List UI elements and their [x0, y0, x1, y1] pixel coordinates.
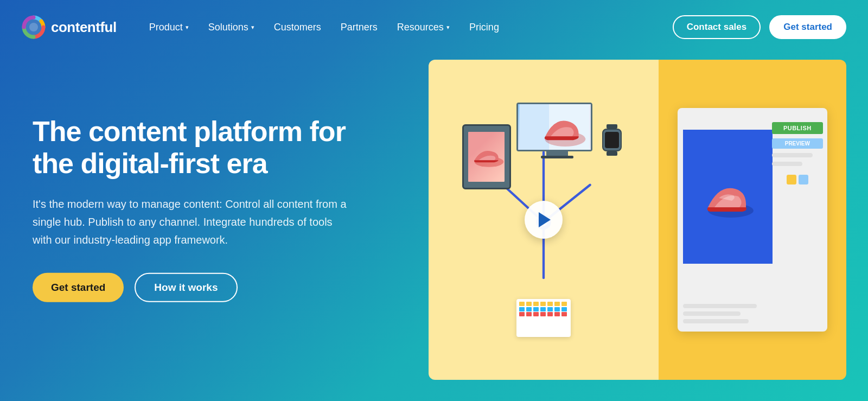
cal-cell — [526, 302, 532, 306]
logo-text: contentful — [51, 19, 117, 36]
smartwatch-device — [599, 124, 625, 157]
tablet-shoe-display — [468, 132, 505, 181]
svg-rect-10 — [520, 104, 549, 150]
cms-sidebar: PUBLISH PREVIEW — [772, 113, 823, 304]
watch-screen — [605, 132, 619, 148]
tablet-device — [462, 124, 511, 189]
hero-cta: Get started How it works — [33, 273, 391, 302]
cms-small-icon-1 — [787, 175, 796, 184]
shoe-svg-tablet — [468, 132, 505, 181]
monitor-screen — [516, 103, 592, 151]
tablet-screen — [468, 132, 505, 181]
nav-item-solutions[interactable]: Solutions ▾ — [208, 22, 254, 33]
watch-body — [602, 129, 622, 151]
nav-item-resources[interactable]: Resources ▾ — [397, 22, 450, 33]
hero-illustration: PUBLISH PREVIEW — [429, 60, 846, 380]
cal-cell — [547, 307, 553, 311]
shoe-svg-cms — [698, 174, 758, 220]
hero-left-content: The content platform for the digital-fir… — [33, 99, 391, 302]
cms-publish-button[interactable]: PUBLISH — [772, 122, 823, 134]
watch-band-bottom — [607, 151, 617, 156]
cal-cell — [533, 302, 539, 306]
cms-bar-2 — [772, 162, 802, 166]
contentful-logo-icon — [22, 15, 46, 39]
cms-mockup: PUBLISH PREVIEW — [678, 108, 827, 332]
monitor-stand — [546, 151, 568, 156]
hero-title: The content platform for the digital-fir… — [33, 115, 391, 180]
shoe-svg-monitor — [518, 104, 591, 150]
cal-cell — [526, 307, 532, 311]
cms-field-bars — [683, 304, 765, 323]
cal-cell — [554, 302, 560, 306]
illustration-left-panel — [429, 60, 659, 380]
nav-buttons: Contact sales Get started — [673, 15, 846, 39]
nav-item-pricing[interactable]: Pricing — [469, 22, 499, 33]
monitor-base — [541, 156, 573, 158]
cal-cell — [561, 302, 567, 306]
cms-field-bar — [683, 311, 741, 316]
monitor-device — [516, 103, 598, 162]
chevron-down-icon: ▾ — [446, 24, 450, 31]
calendar-device — [516, 299, 571, 337]
svg-point-1 — [29, 23, 38, 31]
main-nav: Product ▾ Solutions ▾ Customers Partners… — [149, 22, 673, 33]
nav-item-product[interactable]: Product ▾ — [149, 22, 189, 33]
cal-cell — [540, 307, 546, 311]
get-started-button[interactable]: Get started — [33, 273, 124, 302]
cal-cell — [519, 312, 525, 316]
cal-cell — [554, 307, 560, 311]
chevron-down-icon: ▾ — [186, 24, 189, 31]
hero-section: contentful Product ▾ Solutions ▾ Custome… — [0, 0, 868, 401]
watch-band-top — [607, 124, 617, 129]
cal-cell — [540, 302, 546, 306]
nav-item-partners[interactable]: Partners — [341, 22, 378, 33]
cal-cell — [526, 312, 532, 316]
cal-cell — [533, 307, 539, 311]
illustration-container: PUBLISH PREVIEW — [429, 60, 846, 380]
chevron-down-icon: ▾ — [251, 24, 254, 31]
cal-cell — [533, 312, 539, 316]
cms-small-icon-2 — [799, 175, 808, 184]
cal-cell — [561, 312, 567, 316]
contact-sales-button[interactable]: Contact sales — [673, 15, 761, 39]
play-icon — [539, 212, 551, 227]
cms-bar-1 — [772, 153, 813, 157]
cms-product-image — [683, 130, 773, 264]
logo[interactable]: contentful — [22, 15, 117, 39]
cal-cell — [519, 302, 525, 306]
illustration-right-panel: PUBLISH PREVIEW — [659, 60, 847, 380]
monitor-screen-content — [518, 104, 591, 150]
cms-field-bar — [683, 304, 757, 308]
how-it-works-button[interactable]: How it works — [135, 273, 237, 302]
cal-cell — [547, 302, 553, 306]
cal-cell — [561, 307, 567, 311]
cms-icon-row — [772, 175, 823, 184]
devices-container — [446, 92, 641, 348]
cms-preview-button[interactable]: PREVIEW — [772, 138, 823, 149]
cal-cell — [540, 312, 546, 316]
cms-field-bar — [683, 319, 749, 323]
nav-item-customers[interactable]: Customers — [274, 22, 321, 33]
hero-subtitle: It's the modern way to manage content: C… — [33, 195, 347, 249]
play-button[interactable] — [525, 201, 563, 239]
calendar-grid — [519, 302, 568, 316]
cal-cell — [554, 312, 560, 316]
header: contentful Product ▾ Solutions ▾ Custome… — [0, 0, 868, 54]
cal-cell — [547, 312, 553, 316]
cal-cell — [519, 307, 525, 311]
get-started-header-button[interactable]: Get started — [769, 15, 846, 39]
